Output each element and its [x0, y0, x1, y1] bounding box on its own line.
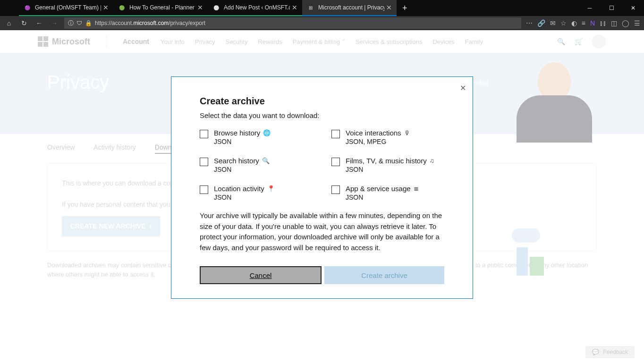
ext-icon[interactable]: ◐ — [571, 19, 577, 27]
tab-planner[interactable]: 🟢 How To General - Planner ✕ — [113, 0, 208, 16]
check-films[interactable]: Films, TV, & music history ♫ JSON — [331, 157, 444, 173]
tab-label: How To General - Planner — [129, 4, 195, 11]
checkbox-grid: Browse history 🌐 JSON Voice interactions… — [200, 129, 444, 201]
tab-label: Microsoft account | Privacy — [318, 4, 384, 11]
cancel-button[interactable]: Cancel — [200, 266, 322, 284]
home-icon[interactable]: ⌂ — [4, 19, 14, 27]
star-icon[interactable]: ☆ — [560, 19, 567, 27]
tab-wordpress[interactable]: ⚪ Add New Post ‹ OnMSFT.com — W ✕ — [208, 0, 302, 16]
favicon-ms: ⊞ — [307, 4, 314, 11]
location-icon: 📍 — [267, 185, 275, 192]
more-icon[interactable]: ⋯ — [526, 19, 533, 27]
mic-icon: 🎙 — [404, 129, 410, 136]
list-icon: ≣ — [414, 185, 419, 192]
check-format: JSON — [346, 166, 434, 173]
check-label: App & service usage — [346, 185, 411, 193]
shield-icon[interactable]: 🛡 — [76, 20, 82, 26]
info-icon[interactable]: ⓘ — [68, 19, 74, 27]
globe-icon: 🌐 — [263, 129, 271, 136]
search-icon: 🔍 — [262, 157, 270, 164]
toolbar-right: ⋯ 🔗 ✉ ☆ ◐ ≡ N ⫿⫿ ◫ ◯ ☰ — [526, 19, 640, 27]
check-format: JSON, MPEG — [346, 138, 410, 145]
urlbar[interactable]: ⓘ 🛡 🔒 https://account.microsoft.com/priv… — [64, 17, 521, 29]
modal-subtitle: Select the data you want to download: — [200, 111, 444, 119]
modal-description: Your archive will typically be available… — [200, 210, 444, 253]
close-icon[interactable]: ✕ — [103, 4, 109, 11]
reload-icon[interactable]: ↻ — [19, 19, 29, 27]
close-icon[interactable]: ✕ — [386, 4, 392, 11]
account-icon[interactable]: ◯ — [622, 19, 629, 27]
checkbox[interactable] — [200, 130, 208, 138]
check-label: Films, TV, & music history — [346, 157, 427, 165]
favicon-teams: 🟣 — [24, 4, 31, 11]
check-browse-history[interactable]: Browse history 🌐 JSON — [200, 129, 313, 145]
tab-microsoft[interactable]: ⊞ Microsoft account | Privacy ✕ — [302, 0, 397, 16]
tab-label: Add New Post ‹ OnMSFT.com — W — [224, 4, 290, 11]
tab-label: General (OnMSFT Team) | Micr — [35, 4, 101, 11]
minimize-button[interactable]: ─ — [579, 0, 601, 16]
checkbox[interactable] — [331, 185, 340, 194]
checkbox[interactable] — [331, 130, 340, 138]
favicon-wp: ⚪ — [212, 4, 220, 11]
menu-icon[interactable]: ☰ — [634, 19, 640, 27]
check-label: Location activity — [214, 185, 264, 193]
close-icon[interactable]: ✕ — [460, 84, 466, 93]
check-format: JSON — [214, 166, 270, 173]
tab-teams[interactable]: 🟣 General (OnMSFT Team) | Micr ✕ — [19, 0, 113, 16]
close-icon[interactable]: ✕ — [292, 4, 297, 11]
lock-icon: 🔒 — [85, 20, 92, 26]
mail-icon[interactable]: ✉ — [550, 19, 556, 27]
link-icon[interactable]: 🔗 — [537, 19, 545, 27]
forward-icon[interactable]: → — [49, 19, 59, 27]
check-format: JSON — [214, 138, 271, 145]
maximize-button[interactable]: ☐ — [601, 0, 622, 16]
close-window-button[interactable]: ✕ — [622, 0, 644, 16]
favicon-planner: 🟢 — [118, 4, 126, 11]
checkbox[interactable] — [331, 158, 340, 166]
create-archive-dialog: ✕ Create archive Select the data you wan… — [171, 76, 473, 299]
check-label: Search history — [214, 157, 259, 165]
navbar: ⌂ ↻ ← → ⓘ 🛡 🔒 https://account.microsoft.… — [0, 16, 644, 30]
close-icon[interactable]: ✕ — [197, 4, 203, 11]
url-text: https://account.microsoft.com/privacy/ex… — [95, 20, 205, 26]
check-format: JSON — [214, 194, 275, 201]
sidebar-icon[interactable]: ◫ — [611, 19, 617, 27]
create-archive-button[interactable]: Create archive — [324, 266, 444, 284]
modal-title: Create archive — [200, 96, 444, 107]
browser-chrome: 🟣 General (OnMSFT Team) | Micr ✕ 🟢 How T… — [0, 0, 644, 30]
check-label: Browse history — [214, 129, 260, 137]
modal-overlay: ✕ Create archive Select the data you wan… — [0, 30, 644, 362]
add-tab-button[interactable]: + — [402, 3, 407, 13]
music-icon: ♫ — [430, 157, 434, 164]
window-controls: ─ ☐ ✕ — [579, 0, 644, 16]
back-icon[interactable]: ← — [34, 19, 44, 27]
check-location[interactable]: Location activity 📍 JSON — [200, 185, 313, 201]
check-voice[interactable]: Voice interactions 🎙 JSON, MPEG — [331, 129, 444, 145]
stack-icon[interactable]: ≡ — [582, 19, 585, 27]
check-app-usage[interactable]: App & service usage ≣ JSON — [331, 185, 444, 201]
modal-buttons: Cancel Create archive — [200, 266, 444, 284]
checkbox[interactable] — [200, 158, 208, 166]
check-format: JSON — [346, 194, 419, 201]
library-icon[interactable]: ⫿⫿ — [600, 19, 606, 27]
check-search[interactable]: Search history 🔍 JSON — [200, 157, 313, 173]
tabstrip: 🟣 General (OnMSFT Team) | Micr ✕ 🟢 How T… — [0, 0, 644, 16]
checkbox[interactable] — [200, 185, 208, 194]
onenote-icon[interactable]: N — [590, 19, 595, 27]
check-label: Voice interactions — [346, 129, 401, 137]
